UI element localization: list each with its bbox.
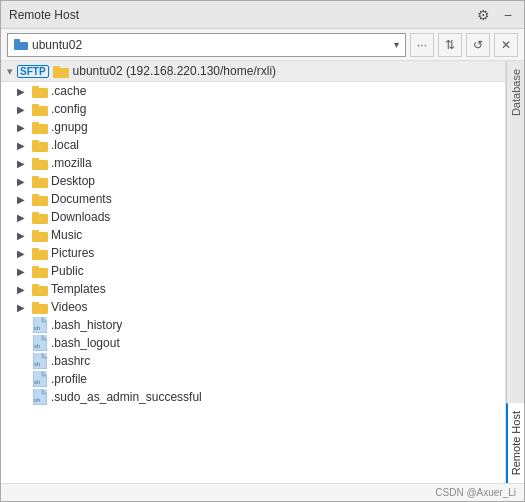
title-bar-right: ⚙ − [473,6,516,24]
expand-icon: ▶ [17,158,31,169]
credit-text: CSDN @Axuer_Li [435,487,516,498]
item-label: .mozilla [51,156,92,170]
remote-host-window: Remote Host ⚙ − ubuntu02 ▾ ··· ⇅ ↺ ✕ [0,0,525,502]
expand-icon: ▶ [17,248,31,259]
file-tree: ▶ .cache ▶ .config ▶ [1,82,505,406]
folder-icon [31,192,49,206]
item-label: Documents [51,192,112,206]
file-icon: sh [31,354,49,368]
host-path: ubuntu02 (192.168.220.130/home/rxli) [73,64,276,78]
svg-rect-17 [32,194,39,198]
svg-rect-9 [32,122,39,126]
sync-button[interactable]: ⇅ [438,33,462,57]
sftp-icon [14,39,28,50]
tree-item-config[interactable]: ▶ .config [1,100,505,118]
tree-item-gnupg[interactable]: ▶ .gnupg [1,118,505,136]
tree-item-bash-history[interactable]: sh .bash_history [1,316,505,334]
expand-icon: ▶ [17,176,31,187]
dropdown-arrow-icon: ▾ [394,39,399,50]
item-label: Videos [51,300,87,314]
folder-icon [31,156,49,170]
tree-item-pictures[interactable]: ▶ Pictures [1,244,505,262]
item-label: .profile [51,372,87,386]
toolbar: ubuntu02 ▾ ··· ⇅ ↺ ✕ [1,29,524,61]
expand-icon: ▶ [17,266,31,277]
close-panel-button[interactable]: ✕ [494,33,518,57]
tree-item-templates[interactable]: ▶ Templates [1,280,505,298]
folder-icon [31,282,49,296]
item-label: .bash_history [51,318,122,332]
right-sidebar: Database Remote Host [506,61,524,483]
svg-text:sh: sh [34,325,40,331]
menu-button[interactable]: ··· [410,33,434,57]
item-label: .local [51,138,79,152]
minimize-button[interactable]: − [500,6,516,24]
svg-rect-1 [14,39,20,43]
folder-icon [31,264,49,278]
host-name: ubuntu02 [32,38,82,52]
breadcrumb-expand-arrow[interactable]: ▾ [7,65,13,78]
tree-item-bash-logout[interactable]: sh .bash_logout [1,334,505,352]
expand-icon: ▶ [17,230,31,241]
bottom-bar: CSDN @Axuer_Li [1,483,524,501]
svg-rect-27 [32,284,39,288]
expand-icon: ▶ [17,212,31,223]
tree-item-music[interactable]: ▶ Music [1,226,505,244]
file-icon: sh [31,318,49,332]
tree-item-mozilla[interactable]: ▶ .mozilla [1,154,505,172]
file-panel: ▾ SFTP ubuntu02 (192.168.220.130/home/rx… [1,61,506,483]
svg-rect-21 [32,230,39,234]
svg-text:sh: sh [34,397,40,403]
tree-item-local[interactable]: ▶ .local [1,136,505,154]
folder-icon [31,120,49,134]
expand-icon: ▶ [17,122,31,133]
gear-button[interactable]: ⚙ [473,6,494,24]
tree-item-downloads[interactable]: ▶ Downloads [1,208,505,226]
title-bar: Remote Host ⚙ − [1,1,524,29]
item-label: .bash_logout [51,336,120,350]
window-title: Remote Host [9,8,79,22]
tree-item-public[interactable]: ▶ Public [1,262,505,280]
tree-item-documents[interactable]: ▶ Documents [1,190,505,208]
item-label: Desktop [51,174,95,188]
expand-icon: ▶ [17,104,31,115]
tree-item-bashrc[interactable]: sh .bashrc [1,352,505,370]
folder-icon [31,246,49,260]
svg-rect-0 [14,42,28,50]
expand-icon: ▶ [17,194,31,205]
folder-icon [31,228,49,242]
tree-item-cache[interactable]: ▶ .cache [1,82,505,100]
folder-icon [31,174,49,188]
item-label: .bashrc [51,354,90,368]
tab-database[interactable]: Database [508,61,524,124]
refresh-button[interactable]: ↺ [466,33,490,57]
svg-rect-25 [32,266,39,270]
item-label: .gnupg [51,120,88,134]
host-dropdown[interactable]: ubuntu02 ▾ [7,33,406,57]
svg-text:sh: sh [34,379,40,385]
tree-item-videos[interactable]: ▶ Videos [1,298,505,316]
svg-text:sh: sh [34,343,40,349]
expand-icon: ▶ [17,302,31,313]
svg-text:sh: sh [34,361,40,367]
expand-icon: ▶ [17,140,31,151]
svg-rect-3 [53,66,60,70]
sftp-label: SFTP [17,65,49,78]
svg-rect-19 [32,212,39,216]
folder-icon [31,210,49,224]
file-icon: sh [31,390,49,404]
svg-rect-7 [32,104,39,108]
file-icon: sh [31,372,49,386]
expand-icon: ▶ [17,284,31,295]
folder-icon [31,84,49,98]
expand-icon: ▶ [17,86,31,97]
item-label: .cache [51,84,86,98]
tree-item-sudo[interactable]: sh .sudo_as_admin_successful [1,388,505,406]
svg-rect-29 [32,302,39,306]
item-label: Public [51,264,84,278]
tree-item-profile[interactable]: sh .profile [1,370,505,388]
tab-remote-host[interactable]: Remote Host [506,403,525,483]
folder-icon [31,300,49,314]
tree-item-desktop[interactable]: ▶ Desktop [1,172,505,190]
item-label: Downloads [51,210,110,224]
